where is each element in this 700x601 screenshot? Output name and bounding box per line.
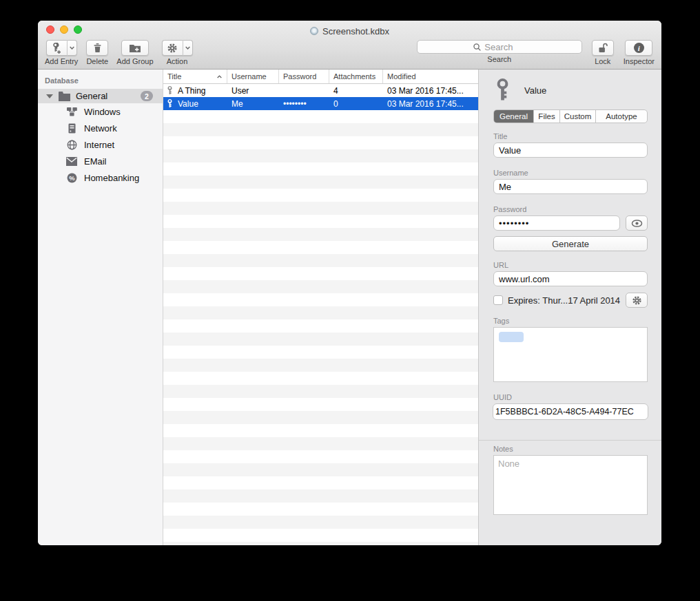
sidebar-item-general[interactable]: General 2 — [38, 89, 163, 103]
username-field[interactable] — [493, 179, 648, 194]
folder-plus-icon — [129, 43, 141, 54]
inspector-label: Inspector — [624, 57, 655, 65]
main-area: Database General 2 Windows Network — [38, 70, 661, 545]
column-header-password[interactable]: Password — [279, 70, 329, 83]
url-field[interactable] — [493, 271, 648, 286]
expires-label: Expires: Thur...17 April 2014 — [508, 295, 626, 306]
search-field[interactable] — [417, 40, 582, 54]
tab-general[interactable]: General — [494, 110, 534, 123]
inspector-tabs: General Files Custom Autotype — [493, 109, 648, 123]
windows-icon — [65, 107, 78, 117]
cell-password: •••••••• — [283, 99, 307, 109]
expires-checkbox[interactable] — [493, 295, 503, 305]
sidebar-item-windows[interactable]: Windows — [38, 103, 163, 120]
homebanking-icon: % — [65, 173, 78, 183]
lock-group: Lock — [592, 40, 614, 69]
add-entry-button[interactable] — [46, 40, 67, 56]
minimize-button[interactable] — [60, 25, 68, 34]
table-header: Title Username Password Attachments Modi… — [163, 70, 478, 84]
tab-files[interactable]: Files — [534, 110, 560, 123]
password-row — [493, 215, 648, 231]
key-icon — [166, 99, 174, 108]
password-field[interactable] — [493, 215, 620, 231]
cell-title: Value — [178, 99, 198, 109]
add-group-group: Add Group — [116, 40, 153, 69]
inspector-button[interactable]: i — [625, 40, 652, 56]
table-body[interactable]: A Thing User 4 03 Mar 2016 17:45... Valu… — [163, 84, 478, 545]
entry-table: Title Username Password Attachments Modi… — [163, 70, 479, 545]
unlock-icon — [597, 43, 608, 54]
key-icon — [493, 78, 512, 103]
column-header-modified[interactable]: Modified — [383, 70, 478, 83]
close-button[interactable] — [46, 25, 54, 34]
delete-group: Delete — [86, 40, 108, 69]
search-icon — [473, 43, 482, 52]
tab-custom[interactable]: Custom — [560, 110, 596, 123]
zoom-button[interactable] — [74, 25, 82, 34]
tags-label: Tags — [493, 317, 648, 325]
sidebar-item-internet[interactable]: Internet — [38, 136, 163, 153]
column-header-attachments[interactable]: Attachments — [329, 70, 383, 83]
info-icon: i — [634, 43, 644, 53]
cell-username: User — [231, 86, 249, 96]
action-dropdown[interactable] — [183, 40, 193, 56]
email-icon — [65, 157, 78, 166]
toolbar-left: Add Entry Delete — [45, 40, 193, 69]
chevron-down-icon — [185, 45, 191, 51]
window-title-group: Screenshot.kdbx — [310, 23, 389, 36]
column-label: Title — [167, 72, 181, 81]
column-header-title[interactable]: Title — [163, 70, 227, 83]
sidebar-item-network[interactable]: Network — [38, 120, 163, 136]
expires-settings-button[interactable] — [626, 293, 648, 308]
table-row[interactable]: A Thing User 4 03 Mar 2016 17:45... — [163, 84, 478, 97]
sidebar-section-header: Database — [38, 74, 163, 89]
generate-button[interactable]: Generate — [493, 236, 648, 251]
username-field-label: Username — [493, 169, 648, 177]
app-window: Screenshot.kdbx — [38, 21, 661, 545]
window-chrome: Screenshot.kdbx — [38, 21, 661, 70]
lock-button[interactable] — [592, 40, 614, 56]
add-group-button[interactable] — [121, 40, 149, 56]
sidebar: Database General 2 Windows Network — [38, 70, 163, 545]
toolbar-right: Search Lock i Inspector — [417, 40, 655, 69]
tab-autotype[interactable]: Autotype — [596, 110, 647, 123]
add-group-label: Add Group — [116, 57, 153, 65]
sidebar-item-label: General — [76, 91, 141, 101]
sidebar-item-homebanking[interactable]: % Homebanking — [38, 169, 163, 186]
notes-field[interactable] — [493, 455, 648, 515]
gear-icon — [632, 295, 642, 306]
eye-icon — [631, 219, 643, 228]
notes-label: Notes — [493, 445, 648, 453]
table-row-selected[interactable]: Value Me •••••••• 0 03 Mar 2016 17:45... — [163, 97, 478, 110]
sidebar-item-label: Network — [84, 123, 117, 134]
action-button[interactable] — [162, 40, 183, 56]
network-icon — [65, 123, 78, 134]
title-field[interactable] — [493, 143, 648, 158]
titlebar[interactable]: Screenshot.kdbx — [38, 21, 661, 39]
key-icon — [166, 86, 174, 95]
sidebar-item-email[interactable]: EMail — [38, 153, 163, 169]
tag-token[interactable] — [499, 332, 524, 342]
inspector-header: Value — [493, 76, 648, 105]
uuid-label: UUID — [493, 393, 648, 401]
window-title: Screenshot.kdbx — [322, 26, 389, 36]
gear-icon — [167, 43, 178, 54]
column-label: Attachments — [333, 72, 375, 81]
cell-username: Me — [231, 99, 243, 109]
cell-attachments: 4 — [333, 86, 338, 96]
tags-field[interactable] — [493, 327, 648, 382]
column-header-username[interactable]: Username — [227, 70, 279, 83]
add-entry-dropdown[interactable] — [67, 40, 77, 56]
disclosure-triangle-icon[interactable] — [46, 94, 53, 98]
column-label: Username — [231, 72, 267, 81]
document-proxy-icon[interactable] — [310, 27, 318, 35]
action-label: Action — [167, 57, 188, 65]
action-group: Action — [162, 40, 193, 69]
folder-icon — [59, 92, 70, 101]
entry-title: Value — [524, 85, 546, 96]
uuid-field[interactable] — [493, 403, 648, 420]
reveal-password-button[interactable] — [626, 215, 648, 231]
search-input[interactable] — [484, 42, 526, 52]
delete-button[interactable] — [86, 40, 108, 56]
inspector-group: i Inspector — [624, 40, 655, 69]
